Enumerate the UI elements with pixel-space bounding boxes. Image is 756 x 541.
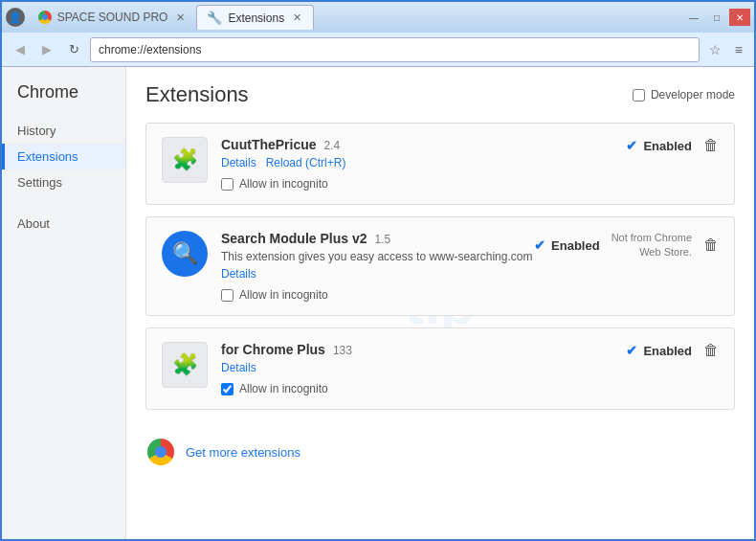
extension-card-cuut: ✔ Enabled 🗑 🧩 CuutThePricue 2.4: [145, 123, 735, 205]
puzzle-icon-2: 🧩: [172, 352, 198, 377]
search-incognito-label: Allow in incognito: [239, 288, 328, 302]
tab-close-extensions[interactable]: ✕: [290, 11, 303, 25]
cuut-check-icon: ✔: [626, 138, 637, 153]
developer-mode-checkbox[interactable]: [633, 89, 645, 101]
address-bar: ◀ ▶ ↻ ☆ ≡: [2, 33, 754, 67]
developer-mode-label: Developer mode: [651, 88, 735, 101]
tab-extensions[interactable]: 🔧 Extensions ✕: [196, 5, 314, 30]
cuut-incognito-checkbox[interactable]: [221, 178, 233, 191]
browser-window: 👤 SPACE SOUND PRO ✕ 🔧 Extensions ✕ — □ ✕…: [0, 0, 756, 541]
puzzle-icon: 🧩: [172, 147, 198, 172]
sidebar-item-extensions[interactable]: Extensions: [2, 144, 125, 169]
forward-button[interactable]: ▶: [36, 39, 57, 60]
cuut-incognito-label: Allow in incognito: [239, 177, 328, 191]
tab-favicon-space-sound: [38, 11, 52, 24]
cuut-version: 2.4: [324, 139, 341, 152]
search-version: 1.5: [375, 233, 391, 246]
page-title: Extensions: [145, 82, 249, 107]
search-incognito: Allow in incognito: [221, 288, 719, 302]
extension-card-search-module: ✔ Enabled Not from ChromeWeb Store. 🗑 🔍 …: [145, 216, 735, 316]
chrome-plus-icon: 🧩: [162, 342, 208, 388]
cuut-enabled-label: Enabled: [643, 139, 692, 153]
tab-extensions-label: Extensions: [228, 11, 284, 25]
tab-space-sound-label: SPACE SOUND PRO: [57, 11, 168, 24]
developer-mode-toggle[interactable]: Developer mode: [633, 88, 735, 101]
search-enabled-label: Enabled: [551, 238, 600, 253]
back-button[interactable]: ◀: [10, 39, 31, 60]
chrome-plus-enabled-label: Enabled: [643, 344, 692, 358]
address-input[interactable]: [90, 37, 700, 62]
chrome-plus-delete-button[interactable]: 🗑: [703, 342, 719, 359]
get-more-section: Get more extensions: [145, 421, 735, 483]
cuut-name: CuutThePricue: [221, 137, 317, 152]
sidebar-item-about[interactable]: About: [2, 211, 125, 237]
window-controls: — □ ✕: [683, 9, 750, 26]
chrome-plus-check-icon: ✔: [626, 343, 637, 358]
cuut-delete-button[interactable]: 🗑: [703, 137, 719, 154]
sidebar-item-settings[interactable]: Settings: [2, 169, 125, 195]
tab-close-space-sound[interactable]: ✕: [173, 11, 187, 24]
chrome-plus-controls: ✔ Enabled 🗑: [626, 342, 719, 359]
title-bar: 👤 SPACE SOUND PRO ✕ 🔧 Extensions ✕ — □ ✕: [2, 2, 754, 33]
chrome-plus-incognito: Allow in incognito: [221, 382, 719, 395]
cuut-links: Details Reload (Ctrl+R): [221, 156, 719, 169]
cuut-enabled: ✔ Enabled: [626, 138, 692, 153]
refresh-button[interactable]: ↻: [63, 39, 84, 60]
tab-space-sound[interactable]: SPACE SOUND PRO ✕: [29, 5, 197, 30]
chrome-plus-enabled: ✔ Enabled: [626, 343, 692, 358]
cuut-details-link[interactable]: Details: [221, 156, 256, 169]
cuut-controls: ✔ Enabled 🗑: [626, 137, 719, 154]
sidebar-title: Chrome: [2, 82, 125, 118]
get-more-link[interactable]: Get more extensions: [186, 445, 300, 460]
close-button[interactable]: ✕: [729, 9, 750, 26]
magnifier-icon: 🔍: [172, 241, 198, 266]
chrome-plus-name: for Chrome Plus: [221, 342, 325, 357]
content-area: tip Extensions Developer mode ✔ Enabled …: [126, 67, 754, 539]
chrome-plus-details-link[interactable]: Details: [221, 361, 256, 374]
search-controls: ✔ Enabled Not from ChromeWeb Store. 🗑: [534, 231, 719, 260]
search-check-icon: ✔: [534, 237, 545, 253]
extension-card-chrome-plus: ✔ Enabled 🗑 🧩 for Chrome Plus 133: [145, 327, 735, 410]
search-links: Details: [221, 267, 719, 281]
menu-button[interactable]: ≡: [731, 40, 746, 59]
content-header: Extensions Developer mode: [145, 82, 735, 107]
get-more-icon: [145, 437, 176, 467]
cuut-incognito: Allow in incognito: [221, 177, 719, 191]
search-name: Search Module Plus v2: [221, 231, 367, 246]
minimize-button[interactable]: —: [683, 9, 704, 26]
search-incognito-checkbox[interactable]: [221, 289, 233, 302]
chrome-plus-links: Details: [221, 361, 719, 374]
search-enabled: ✔ Enabled: [534, 237, 600, 253]
search-warning: Not from ChromeWeb Store.: [611, 231, 692, 260]
sidebar-section-about: About: [2, 211, 125, 237]
cuut-icon: 🧩: [162, 137, 208, 183]
bookmark-button[interactable]: ☆: [705, 40, 725, 59]
chrome-plus-incognito-checkbox[interactable]: [221, 383, 233, 395]
main-layout: Chrome History Extensions Settings About…: [2, 67, 754, 539]
maximize-button[interactable]: □: [706, 9, 727, 26]
chrome-plus-incognito-label: Allow in incognito: [239, 382, 328, 395]
sidebar-item-history[interactable]: History: [2, 118, 125, 144]
search-details-link[interactable]: Details: [221, 267, 256, 281]
search-delete-button[interactable]: 🗑: [703, 237, 719, 254]
search-module-icon: 🔍: [162, 231, 208, 277]
chrome-plus-version: 133: [333, 344, 352, 357]
cuut-reload-link[interactable]: Reload (Ctrl+R): [266, 156, 346, 169]
user-icon[interactable]: 👤: [6, 8, 25, 27]
sidebar: Chrome History Extensions Settings About: [2, 67, 126, 539]
